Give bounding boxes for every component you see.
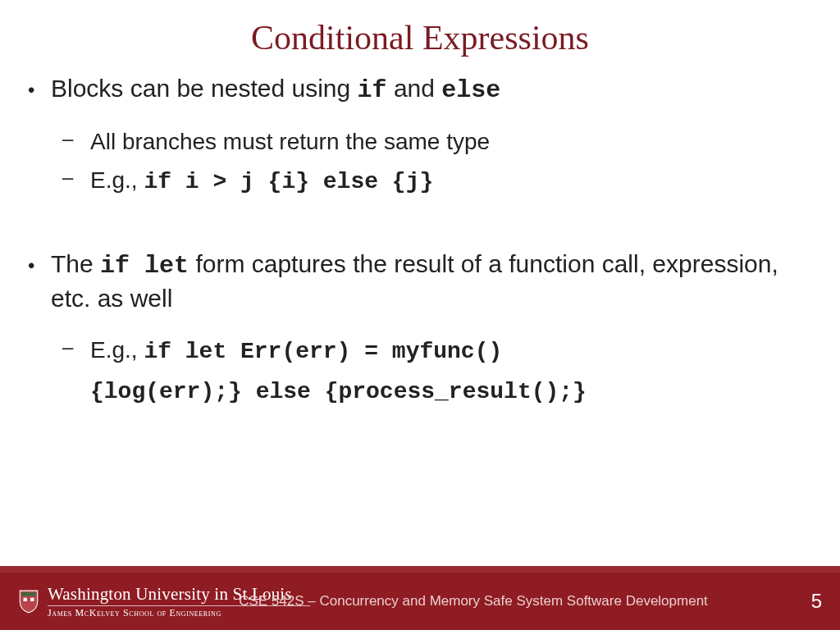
- code: if let Err(err) = myfunc(): [144, 339, 502, 364]
- list-item: – All branches must return the same type: [62, 122, 812, 162]
- bullet-text: Blocks can be nested using if and else: [51, 72, 812, 107]
- course-label: CSE 542S – Concurrency and Memory Safe S…: [0, 593, 840, 609]
- code: if: [358, 76, 387, 104]
- footer: Washington University in St.Louis James …: [0, 573, 840, 630]
- bullet-dot-icon: •: [28, 72, 51, 103]
- bullet-dash-icon: –: [62, 122, 90, 156]
- bullet-level1: • Blocks can be nested using if and else…: [28, 72, 812, 202]
- text: and: [387, 75, 442, 102]
- list-item: • The if let form captures the result of…: [28, 248, 812, 316]
- slide-content: • Blocks can be nested using if and else…: [0, 57, 840, 412]
- bullet-text: E.g., if let Err(err) = myfunc() {log(er…: [90, 331, 812, 412]
- code: if i > j {i} else {j}: [144, 169, 433, 194]
- bullet-level2: – All branches must return the same type…: [62, 122, 812, 202]
- bullet-text: The if let form captures the result of a…: [51, 248, 812, 316]
- text: Blocks can be nested using: [51, 75, 358, 102]
- bullet-level2: – E.g., if let Err(err) = myfunc() {log(…: [62, 331, 812, 412]
- text: E.g.,: [90, 167, 144, 193]
- bullet-level1: • The if let form captures the result of…: [28, 248, 812, 412]
- code: if let: [100, 252, 189, 280]
- bullet-text: All branches must return the same type: [90, 122, 812, 162]
- list-item: – E.g., if let Err(err) = myfunc() {log(…: [62, 331, 812, 412]
- spacer: [28, 212, 812, 248]
- text: The: [51, 250, 100, 277]
- code: else: [441, 76, 500, 104]
- code: {log(err);} else {process_result();}: [90, 379, 587, 404]
- bullet-dash-icon: –: [62, 161, 90, 194]
- text: E.g.,: [90, 337, 144, 363]
- slide: Conditional Expressions • Blocks can be …: [0, 0, 840, 630]
- list-item: • Blocks can be nested using if and else: [28, 72, 812, 107]
- footer-accent: [0, 566, 840, 573]
- slide-title: Conditional Expressions: [0, 0, 840, 57]
- bullet-dash-icon: –: [62, 331, 90, 364]
- bullet-text: E.g., if i > j {i} else {j}: [90, 161, 812, 202]
- page-number: 5: [811, 590, 822, 613]
- bullet-dot-icon: •: [28, 248, 51, 279]
- list-item: – E.g., if i > j {i} else {j}: [62, 161, 812, 202]
